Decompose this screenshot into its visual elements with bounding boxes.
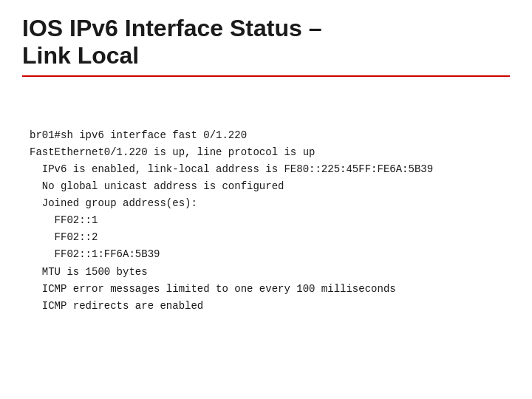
code-line: FF02::1:FF6A:5B39 [30,246,510,263]
code-line: Joined group address(es): [30,195,510,212]
code-line: FastEthernet0/1.220 is up, line protocol… [30,144,510,161]
code-line: No global unicast address is configured [30,178,510,195]
code-line: MTU is 1500 bytes [30,264,510,281]
page-container: IOS IPv6 Interface Status – Link Local b… [0,0,532,399]
code-line: IPv6 is enabled, link-local address is F… [30,161,510,178]
code-line: ICMP redirects are enabled [30,298,510,315]
code-line: FF02::1 [30,212,510,229]
code-line: ICMP error messages limited to one every… [30,281,510,298]
title-line2: Link Local [22,42,139,69]
code-line: br01#sh ipv6 interface fast 0/1.220 [30,127,510,144]
title-divider [22,75,510,77]
page-title: IOS IPv6 Interface Status – Link Local [22,15,510,69]
content-section: br01#sh ipv6 interface fast 0/1.220FastE… [22,93,510,315]
code-line: FF02::2 [30,229,510,246]
code-block: br01#sh ipv6 interface fast 0/1.220FastE… [30,93,510,315]
title-section: IOS IPv6 Interface Status – Link Local [22,15,510,77]
title-line1: IOS IPv6 Interface Status – [22,15,322,41]
